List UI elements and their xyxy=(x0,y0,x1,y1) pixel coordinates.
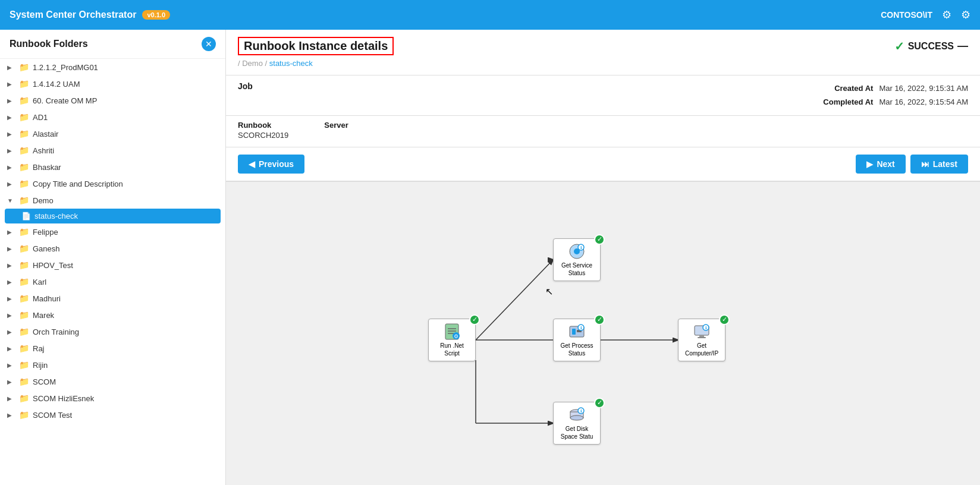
node-icon: ℹ xyxy=(568,406,586,425)
folder-icon: 📁 xyxy=(19,260,29,270)
navigation-row: ◀ Previous ▶ Next ⏭ Latest xyxy=(226,147,980,182)
completed-at-label: Completed At xyxy=(823,95,873,109)
job-info-row: Job Created At Mar 16, 2022, 9:15:31 AM … xyxy=(226,75,980,116)
sidebar-item-1414[interactable]: ▶ 📁 1.4.14.2 UAM xyxy=(0,75,225,92)
job-meta: Created At Mar 16, 2022, 9:15:31 AM Comp… xyxy=(823,81,968,109)
chevron-icon: ▶ xyxy=(7,81,15,87)
svg-text:ℹ: ℹ xyxy=(580,325,582,329)
node-icon: ℹ xyxy=(568,242,586,262)
sidebar-header: Runbook Folders ✕ xyxy=(0,30,225,59)
sidebar-item-label: Felippe xyxy=(33,228,216,237)
chevron-icon: ▶ xyxy=(7,312,15,319)
sidebar-item-alastair[interactable]: ▶ 📁 Alastair xyxy=(0,125,225,142)
success-check-icon: ✓ xyxy=(894,39,904,53)
folder-icon: 📁 xyxy=(19,377,29,386)
page-title: Runbook Instance details xyxy=(238,37,394,55)
chevron-icon: ▶ xyxy=(7,229,15,235)
svg-text:ℹ: ℹ xyxy=(580,408,582,412)
next-button[interactable]: ▶ Next xyxy=(856,155,905,174)
node-icon: ⚙ xyxy=(443,323,461,342)
sidebar-item-ad1[interactable]: ▶ 📁 AD1 xyxy=(0,109,225,125)
collapse-icon[interactable]: — xyxy=(957,40,968,52)
status-badge: ✓ SUCCESS — xyxy=(894,39,968,53)
sidebar-item-label: SCOM HizliEsnek xyxy=(33,394,216,403)
sidebar-close-button[interactable]: ✕ xyxy=(202,37,216,51)
previous-label: Previous xyxy=(259,159,294,169)
created-at-row: Created At Mar 16, 2022, 9:15:31 AM xyxy=(823,81,968,95)
next-arrow-icon: ▶ xyxy=(866,159,873,169)
diagram-node-get-computer-ip[interactable]: ✓ ℹ Get Computer/IP xyxy=(678,319,725,361)
node-label: Get Process Status xyxy=(560,342,593,357)
folder-icon: 📁 xyxy=(19,179,29,188)
sidebar-item-rijin[interactable]: ▶ 📁 Rijin xyxy=(0,357,225,373)
runbook-row: Runbook SCORCH2019 Server xyxy=(226,116,980,147)
gear-icon[interactable]: ⚙ xyxy=(961,8,970,21)
diagram-node-run-net-script[interactable]: ✓ ⚙ Run .Net Script xyxy=(428,319,476,361)
app-title: System Center Orchestrator xyxy=(10,10,136,20)
folder-icon: 📁 xyxy=(19,96,29,105)
chevron-icon: ▶ xyxy=(7,362,15,369)
next-label: Next xyxy=(877,159,894,169)
chevron-icon: ▶ xyxy=(7,295,15,302)
node-success-icon: ✓ xyxy=(469,314,480,325)
folder-icon: 📁 xyxy=(19,112,29,122)
node-success-icon: ✓ xyxy=(594,398,605,408)
diagram-node-get-disk-space[interactable]: ✓ ℹ Get Disk Space Statu xyxy=(553,402,601,445)
node-label: Get Service Status xyxy=(561,262,592,277)
latest-button[interactable]: ⏭ Latest xyxy=(910,155,968,174)
sidebar-item-label: SCOM Test xyxy=(33,411,216,420)
runbook-field: Runbook SCORCH2019 xyxy=(238,121,288,140)
diagram-node-get-process-status[interactable]: ✓ ℹ Get Process Status xyxy=(553,319,601,361)
sidebar-item-marek[interactable]: ▶ 📁 Marek xyxy=(0,307,225,323)
sidebar-item-ganesh[interactable]: ▶ 📁 Ganesh xyxy=(0,240,225,257)
sidebar-item-raj[interactable]: ▶ 📁 Raj xyxy=(0,340,225,357)
sidebar-item-felippe[interactable]: ▶ 📁 Felippe xyxy=(0,223,225,240)
sidebar-item-demo[interactable]: ▼ 📁 Demo xyxy=(0,192,225,209)
sidebar-item-60[interactable]: ▶ 📁 60. Create OM MP xyxy=(0,92,225,109)
folder-icon: 📁 xyxy=(19,227,29,237)
nav-right-buttons: ▶ Next ⏭ Latest xyxy=(856,155,968,174)
file-icon: 📄 xyxy=(21,212,31,221)
folder-icon: 📁 xyxy=(19,196,29,205)
svg-line-0 xyxy=(476,260,553,340)
sidebar-item-karl[interactable]: ▶ 📁 Karl xyxy=(0,273,225,290)
app-header: System Center Orchestrator v0.1.0 CONTOS… xyxy=(0,0,980,30)
chevron-icon: ▶ xyxy=(7,345,15,352)
breadcrumb: / Demo / status-check xyxy=(238,59,968,68)
sidebar-item-1212[interactable]: ▶ 📁 1.2.1.2_ProdMG01 xyxy=(0,59,225,75)
breadcrumb-link[interactable]: status-check xyxy=(269,59,313,68)
folder-icon: 📁 xyxy=(19,277,29,286)
svg-rect-22 xyxy=(699,335,704,337)
version-badge: v0.1.0 xyxy=(142,10,170,20)
folder-icon: 📁 xyxy=(19,393,29,403)
folder-icon: 📁 xyxy=(19,162,29,172)
sidebar-item-bhaskar[interactable]: ▶ 📁 Bhaskar xyxy=(0,159,225,175)
sidebar-item-hpov[interactable]: ▶ 📁 HPOV_Test xyxy=(0,257,225,273)
settings-icon[interactable]: ⚙ xyxy=(942,8,951,21)
sidebar-item-madhuri[interactable]: ▶ 📁 Madhuri xyxy=(0,290,225,307)
previous-button[interactable]: ◀ Previous xyxy=(238,155,304,174)
chevron-icon: ▶ xyxy=(7,97,15,104)
chevron-icon: ▶ xyxy=(7,279,15,285)
sidebar-item-label: Alastair xyxy=(33,130,216,138)
sidebar-item-label: HPOV_Test xyxy=(33,261,216,270)
sidebar-item-label: 1.4.14.2 UAM xyxy=(33,80,216,89)
sidebar-item-ashriti[interactable]: ▶ 📁 Ashriti xyxy=(0,142,225,159)
folder-icon: 📁 xyxy=(19,62,29,72)
sidebar-item-statuscheck[interactable]: 📄status-check xyxy=(5,209,221,223)
content-header: Runbook Instance details ✓ SUCCESS — / D… xyxy=(226,30,980,75)
diagram-node-get-service-status[interactable]: ✓ ℹ Get Service Status xyxy=(553,238,601,281)
runbook-value: SCORCH2019 xyxy=(238,131,288,140)
sidebar-item-scomtest[interactable]: ▶ 📁 SCOM Test xyxy=(0,407,225,423)
chevron-icon: ▶ xyxy=(7,262,15,269)
sidebar-item-label: Rijin xyxy=(33,361,216,370)
sidebar-item-scomhizli[interactable]: ▶ 📁 SCOM HizliEsnek xyxy=(0,390,225,407)
sidebar-item-copy[interactable]: ▶ 📁 Copy Title and Description xyxy=(0,175,225,192)
sidebar-item-scom[interactable]: ▶ 📁 SCOM xyxy=(0,373,225,390)
node-label: Run .Net Script xyxy=(440,342,463,357)
sidebar-item-label: Orch Training xyxy=(33,327,216,336)
sidebar-item-orch[interactable]: ▶ 📁 Orch Training xyxy=(0,323,225,340)
sidebar-item-label: Marek xyxy=(33,311,216,320)
sidebar-item-label: Karl xyxy=(33,278,216,286)
job-label: Job xyxy=(238,81,253,91)
